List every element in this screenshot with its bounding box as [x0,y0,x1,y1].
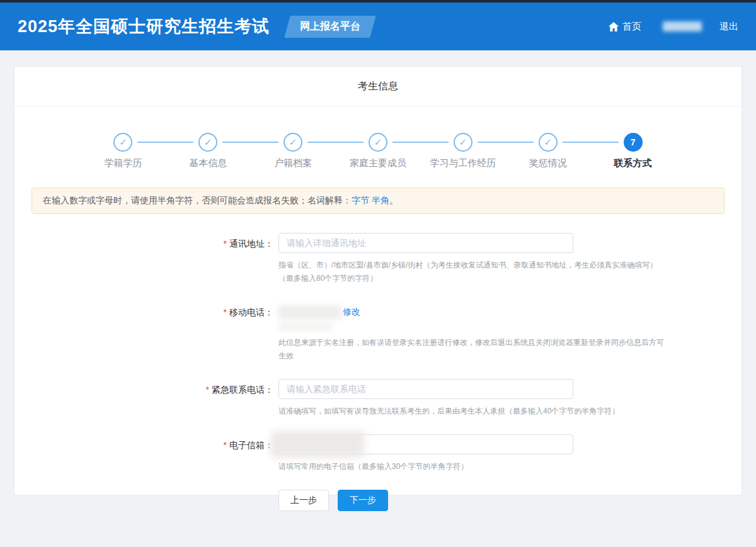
address-control: 指省（区、市）/地市区盟/县市旗/乡镇/街村（为考生接收复试通知书、录取通知书地… [278,233,657,285]
step-jiben-xinxi: ✓ 基本信息 [166,133,251,169]
email-label-wrap: *电子信箱： [14,434,273,473]
header-nav: 首页 退出 [609,21,738,33]
notice-text: 在输入数字或字母时，请使用半角字符，否则可能会造成报名失败；名词解释： [43,195,352,205]
next-step-button[interactable]: 下一步 [338,490,388,511]
required-asterisk: * [224,440,227,450]
mobile-help: 此信息来源于实名注册，如有误请登录实名注册进行修改，修改后退出系统且关闭浏览器重… [278,336,669,363]
check-icon: ✓ [459,137,467,148]
address-label: 通讯地址： [229,239,273,249]
emergency-phone-input[interactable] [278,379,573,399]
platform-badge: 网上报名平台 [284,16,375,38]
modify-phone-link[interactable]: 修改 [343,307,360,318]
halfwidth-term-link[interactable]: 半角 [372,195,389,205]
platform-badge-label: 网上报名平台 [300,20,360,33]
step-jiangcheng-qingkuang: ✓ 奖惩情况 [505,133,590,169]
home-label: 首页 [622,21,641,33]
logout-link[interactable]: 退出 [719,21,738,33]
check-icon: ✓ [204,137,212,148]
step-jiating-chengyuan: ✓ 家庭主要成员 [336,133,421,169]
step-done-icon: ✓ [284,133,302,152]
emergency-row: *紧急联系电话： 请准确填写，如填写有误导致无法联系考生的，后果由考生本人承担（… [14,379,742,418]
address-help-line2: （最多输入80个字节的字符） [278,272,657,285]
address-help-line1: 指省（区、市）/地市区盟/县市旗/乡镇/街村（为考生接收复试通知书、录取通知书地… [278,259,657,272]
step-done-icon: ✓ [198,133,217,152]
mobile-redacted-smudge [278,322,331,330]
step-number-badge: 7 [624,133,643,152]
step-done-icon: ✓ [369,133,387,152]
step-label: 家庭主要成员 [336,157,421,169]
check-icon: ✓ [289,137,297,148]
step-huji-dangan: ✓ 户籍档案 [251,133,336,169]
mobile-control: 修改 此信息来源于实名注册，如有误请登录实名注册进行修改，修改后退出系统且关闭浏… [278,302,669,363]
home-icon [609,22,619,31]
step-label: 基本信息 [166,157,251,169]
mobile-row: *移动电话： 修改 此信息来源于实名注册，如有误请登录实名注册进行修改，修改后退… [14,302,742,363]
emergency-label-wrap: *紧急联系电话： [14,379,273,418]
mobile-label-wrap: *移动电话： [14,302,273,363]
step-xuexi-gongzuo: ✓ 学习与工作经历 [420,133,505,169]
email-input[interactable] [278,434,573,454]
address-label-wrap: *通讯地址： [14,233,273,285]
username-redacted [663,21,702,31]
step-label: 奖惩情况 [505,157,590,169]
email-label: 电子信箱： [229,440,273,450]
step-done-icon: ✓ [454,133,472,152]
step-progress: ✓ 学籍学历 ✓ 基本信息 ✓ 户籍档案 ✓ 家庭主要成员 ✓ 学习与工作经历 … [14,106,742,169]
notice-suffix: 。 [389,195,398,205]
step-done-icon: ✓ [113,133,132,152]
email-row: *电子信箱： 请填写常用的电子信箱（最多输入30个字节的半角字符） [14,434,742,473]
required-asterisk: * [224,307,227,317]
app-header: 2025年全国硕士研究生招生考试 网上报名平台 首页 退出 [0,3,756,50]
address-input[interactable] [278,233,573,253]
home-link[interactable]: 首页 [609,21,641,33]
email-control: 请填写常用的电子信箱（最多输入30个字节的半角字符） [278,434,573,473]
halfwidth-notice-banner: 在输入数字或字母时，请使用半角字符，否则可能会造成报名失败；名词解释：字节 半角… [32,188,724,214]
check-icon: ✓ [544,137,552,148]
candidate-info-card: 考生信息 ✓ 学籍学历 ✓ 基本信息 ✓ 户籍档案 ✓ 家庭主要成员 ✓ 学习与… [14,66,742,495]
step-done-icon: ✓ [539,133,558,152]
step-label: 学籍学历 [81,157,166,169]
page-title: 考生信息 [14,67,742,106]
contact-form: *通讯地址： 指省（区、市）/地市区盟/县市旗/乡镇/街村（为考生接收复试通知书… [14,233,742,511]
emergency-label: 紧急联系电话： [212,385,273,395]
check-icon: ✓ [119,137,127,148]
byte-term-link[interactable]: 字节 [352,195,369,205]
email-input-wrap [278,434,573,454]
address-row: *通讯地址： 指省（区、市）/地市区盟/县市旗/乡镇/街村（为考生接收复试通知书… [14,233,742,285]
mobile-value-line: 修改 [278,302,669,319]
step-label: 联系方式 [590,157,675,169]
step-label: 户籍档案 [251,157,336,169]
required-asterisk: * [224,239,227,249]
form-actions: 上一步 下一步 [278,490,742,511]
step-lianxi-fangshi-current: 7 联系方式 [590,133,675,169]
email-help: 请填写常用的电子信箱（最多输入30个字节的半角字符） [278,460,573,473]
emergency-help: 请准确填写，如填写有误导致无法联系考生的，后果由考生本人承担（最多输入40个字节… [278,405,619,418]
check-icon: ✓ [374,137,382,148]
required-asterisk: * [206,385,209,395]
app-title: 2025年全国硕士研究生招生考试 [18,15,270,38]
step-xueji-xueli: ✓ 学籍学历 [81,133,166,169]
emergency-control: 请准确填写，如填写有误导致无法联系考生的，后果由考生本人承担（最多输入40个字节… [278,379,619,418]
previous-step-button[interactable]: 上一步 [278,490,329,511]
mobile-label: 移动电话： [229,307,273,317]
mobile-number-redacted [278,305,341,319]
step-label: 学习与工作经历 [420,157,505,169]
